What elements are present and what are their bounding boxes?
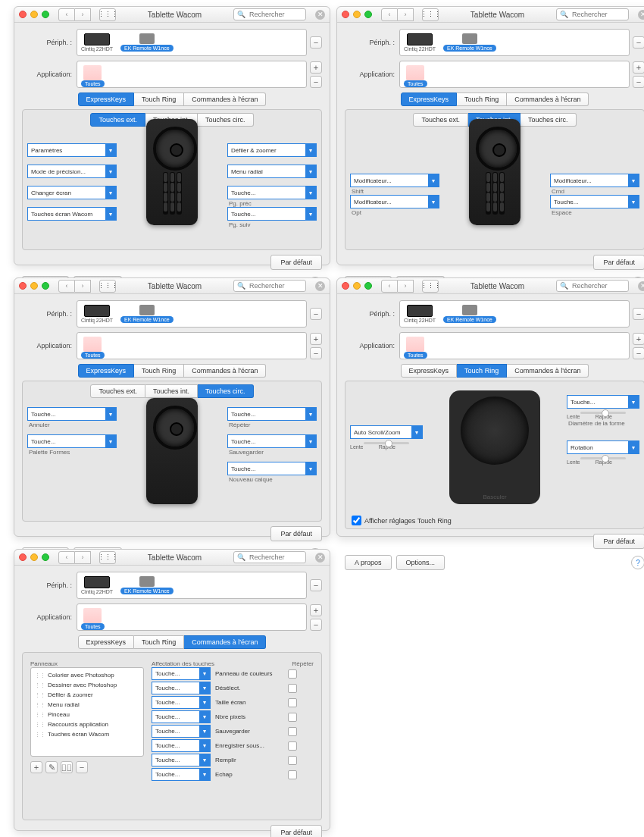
tab-ext[interactable]: Touches ext. (90, 113, 145, 127)
list-item[interactable]: ⋮⋮Défiler & zoomer (33, 690, 141, 700)
search-input[interactable]: 🔍 (233, 8, 306, 20)
key-l1[interactable]: Paramètres▾ (27, 143, 117, 157)
repeat-checkbox[interactable] (288, 713, 297, 722)
remove-app-button[interactable]: − (310, 76, 322, 88)
assign-combo[interactable]: Touche...▾ (152, 682, 211, 694)
repeat-checkbox[interactable] (288, 756, 297, 765)
list-item[interactable]: ⋮⋮Pinceau (33, 710, 141, 719)
panels-list[interactable]: ⋮⋮Colorier avec Photoshop⋮⋮Dessiner avec… (30, 667, 144, 757)
close-icon[interactable] (19, 11, 27, 18)
key-r1[interactable]: Défiler & zoomer▾ (227, 143, 317, 157)
default-button[interactable]: Par défaut (270, 255, 322, 270)
key-r4[interactable]: Touche...▾ (227, 207, 317, 221)
assignments-table: Touche...▾Panneau de couleursTouche...▾D… (152, 667, 314, 781)
remote-graphic (146, 119, 198, 225)
repeat-checkbox[interactable] (288, 770, 297, 779)
window-title: Tablette Wacom (122, 11, 227, 19)
panel-add-button[interactable]: + (30, 761, 42, 773)
prefs-panel-touchring: ‹›⋮⋮⋮Tablette Wacom🔍✕ Périph. :Cintiq 22… (336, 277, 644, 537)
repeat-checkbox[interactable] (288, 727, 297, 736)
repeat-checkbox[interactable] (288, 669, 297, 679)
speed-slider[interactable] (364, 442, 409, 444)
list-item[interactable]: ⋮⋮Colorier avec Photoshop (33, 670, 141, 680)
clear-search-icon[interactable]: ✕ (315, 10, 325, 20)
assign-combo[interactable]: Touche...▾ (152, 667, 211, 680)
key-l3[interactable]: Changer écran▾ (27, 186, 117, 199)
tab-expresskeys[interactable]: ExpressKeys (78, 92, 135, 106)
titlebar: ‹› ⋮⋮⋮ Tablette Wacom 🔍 ✕ (14, 7, 330, 23)
remove-device-button[interactable]: − (310, 36, 322, 49)
minimize-icon[interactable] (30, 11, 38, 18)
key-r2[interactable]: Menu radial▾ (227, 165, 317, 178)
panel-edit-button[interactable]: ✎ (45, 761, 58, 773)
key-l2[interactable]: Mode de précision...▾ (27, 165, 117, 178)
add-app-button[interactable]: + (310, 61, 322, 74)
repeat-checkbox[interactable] (288, 698, 297, 707)
key-r3[interactable]: Touche...▾ (227, 186, 317, 199)
app-list[interactable]: Toutes (77, 61, 307, 88)
repeat-checkbox[interactable] (288, 684, 297, 693)
panel-dup-button[interactable]: ⌷⌷ (61, 761, 73, 773)
assign-combo[interactable]: Touche...▾ (152, 725, 211, 738)
tab-touchring[interactable]: Touch Ring (134, 92, 184, 106)
assign-combo[interactable]: Touche...▾ (152, 768, 211, 781)
tab-screen[interactable]: Commandes à l'écran (184, 92, 266, 106)
assign-combo[interactable]: Touche...▾ (152, 696, 211, 709)
list-item[interactable]: ⋮⋮Raccourcis application (33, 719, 141, 729)
assign-combo[interactable]: Touche...▾ (152, 754, 211, 766)
back-button[interactable]: ‹ (58, 8, 75, 21)
repeat-checkbox[interactable] (288, 741, 297, 751)
list-item[interactable]: ⋮⋮Dessiner avec Photoshop (33, 680, 141, 690)
list-item[interactable]: ⋮⋮Touches écran Wacom (33, 729, 141, 739)
list-item[interactable]: ⋮⋮Menu radial (33, 700, 141, 710)
device-list[interactable]: Cintiq 22HDT EK Remote W1nce (77, 29, 307, 56)
panel-del-button[interactable]: − (76, 761, 88, 773)
assign-combo[interactable]: Touche...▾ (152, 739, 211, 752)
prefs-panel-screen: ‹›⋮⋮⋮Tablette Wacom🔍✕ Périph. :Cintiq 22… (14, 549, 330, 831)
show-touchring-checkbox[interactable] (352, 516, 361, 525)
tab-circ[interactable]: Touches circ. (198, 113, 254, 127)
key-l4[interactable]: Touches écran Wacom▾ (27, 207, 117, 221)
prefs-panel-circ: ‹›⋮⋮⋮Tablette Wacom🔍✕ Périph. :Cintiq 22… (14, 277, 330, 537)
forward-button[interactable]: › (75, 8, 91, 21)
main-tabs: ExpressKeys Touch Ring Commandes à l'écr… (22, 92, 322, 106)
prefs-panel-ext: ‹› ⋮⋮⋮ Tablette Wacom 🔍 ✕ Périph. : Cint… (14, 6, 330, 265)
zoom-icon[interactable] (42, 11, 49, 18)
prefs-panel-int: ‹›⋮⋮⋮Tablette Wacom🔍✕ Périph. :Cintiq 22… (336, 6, 644, 265)
grid-button[interactable]: ⋮⋮⋮ (99, 8, 116, 21)
assign-combo[interactable]: Touche...▾ (152, 710, 211, 723)
